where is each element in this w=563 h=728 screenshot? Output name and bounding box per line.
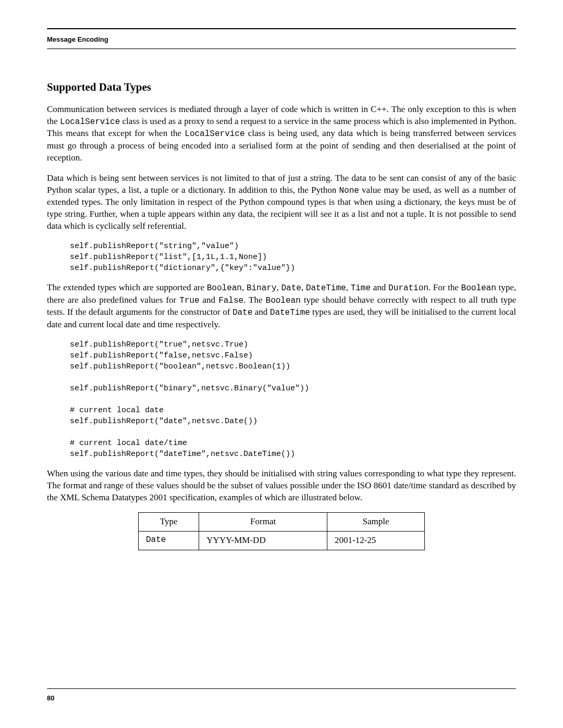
text: , [301,282,306,292]
page-number: 80 [47,689,516,703]
text: . The [243,295,265,305]
table-row: Date YYYY-MM-DD 2001-12-25 [139,531,425,550]
paragraph-2: Data which is being sent between service… [47,172,516,232]
text: , [242,282,247,292]
text: and [371,282,388,292]
text: The extended types which are supported a… [47,282,207,292]
cell-sample: 2001-12-25 [327,531,425,550]
section-title: Supported Data Types [47,80,516,94]
inline-code: None [339,186,359,195]
footer: 80 [47,688,516,703]
cell-type: Date [139,531,199,550]
paragraph-4: When using the various date and time typ… [47,468,516,504]
inline-code: True [179,296,199,305]
inline-code: Time [351,283,371,293]
paragraph-1: Communication between services is mediat… [47,104,516,164]
inline-code: Boolean [266,296,301,305]
page: Message Encoding Supported Data Types Co… [0,0,563,728]
data-types-table: Type Format Sample Date YYYY-MM-DD 2001-… [138,512,425,550]
text: and [200,295,219,305]
cell-format: YYYY-MM-DD [199,531,327,550]
inline-code: Boolean [207,283,242,293]
text: , [346,282,351,292]
inline-code: False [218,296,243,305]
table-wrap: Type Format Sample Date YYYY-MM-DD 2001-… [138,512,425,550]
inline-code: DateTime [306,283,346,293]
header-underline [47,48,516,50]
running-head: Message Encoding [47,30,516,48]
code-block-1: self.publishReport("string","value") sel… [70,241,516,274]
inline-code: LocalService [60,117,120,127]
inline-code: Date [232,308,252,317]
inline-code: Date [281,283,301,293]
inline-code: DateTime [270,308,310,317]
col-header-sample: Sample [327,512,425,531]
inline-code: Boolean [461,283,496,293]
inline-code: LocalService [185,129,244,139]
inline-code: Binary [247,283,277,293]
paragraph-3: The extended types which are supported a… [47,282,516,331]
inline-code: Duration [388,283,429,293]
col-header-format: Format [199,512,327,531]
table-header-row: Type Format Sample [139,512,425,531]
text: and [252,307,270,317]
col-header-type: Type [139,512,199,531]
text: . For the [429,282,461,292]
code-block-2: self.publishReport("true",netsvc.True) s… [70,339,516,460]
